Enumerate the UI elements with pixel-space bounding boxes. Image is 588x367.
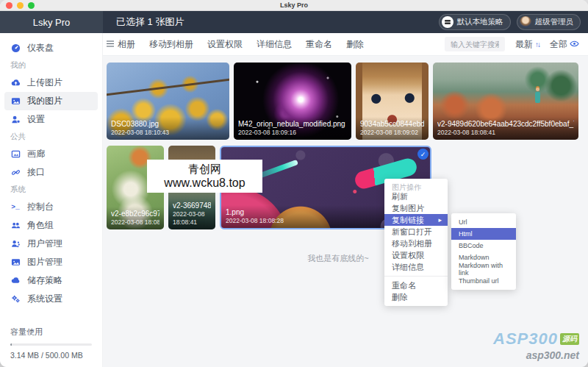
menu-item-copy-image[interactable]: 复制图片 [384,202,448,214]
submenu-item-url[interactable]: Url [451,216,516,228]
sidebar-item-label: 用户管理 [27,238,62,250]
sidebar-section-system: 系统 [0,182,102,198]
search-input[interactable] [445,37,505,51]
image-context-menu: 图片操作 刷新 复制图片 复制链接 ▸ 新窗口打开 移动到相册 设置权限 详细信… [384,179,448,306]
submenu-item-html[interactable]: Html [451,228,516,240]
selected-check-icon[interactable]: ✓ [417,149,429,160]
sort-button[interactable]: 最新 ↑↓ [515,38,539,51]
brand-logo[interactable]: Lsky Pro [0,11,103,33]
watermark-site-url: www.wcku8.top [164,176,245,190]
submenu-item-thumbnail-url[interactable]: Thumbnail url [451,275,516,287]
storage-strategy-icon [442,16,453,28]
image-card[interactable]: v2-9489d620be64aab423cdc2ff5bf0ebaf_720w… [433,63,578,140]
sidebar-item-label: 系统设置 [27,293,62,305]
image-filename: M42_orion_nebula_modified.png [238,119,347,129]
image-datetime: 2022-03-08 18:10:43 [111,129,225,137]
sidebar-item-roles[interactable]: 角色组 [0,216,102,235]
sidebar-section-my: 我的 [0,57,102,74]
sidebar-item-storage[interactable]: 储存策略 [0,271,102,290]
menu-item-rename[interactable]: 重命名 [384,279,448,291]
eye-icon [570,39,579,49]
user-group-icon [10,221,21,231]
delete-button[interactable]: 删除 [346,38,364,51]
image-filename: v2-9489d620be64aab423cdc2ff5bf0ebaf_720w… [437,119,574,129]
user-cog-icon [10,239,21,249]
menu-item-open-new-window[interactable]: 新窗口打开 [384,226,448,238]
gears-icon [10,294,21,304]
sidebar-item-console[interactable]: >_ 控制台 [0,198,102,216]
sidebar-item-label: 画廊 [27,148,45,160]
image-filename: v2-36697487... [173,201,211,210]
menu-item-detail-info[interactable]: 详细信息 [384,261,448,273]
set-permission-button[interactable]: 设置权限 [207,38,243,51]
hamburger-icon [107,39,114,49]
cloud-icon [10,276,21,286]
sidebar-section-public: 公共 [0,129,102,145]
sidebar-item-label: 设置 [27,113,45,126]
center-watermark: 青创网 www.wcku8.top [147,160,262,193]
sidebar-item-system-settings[interactable]: 系统设置 [0,290,102,308]
image-card[interactable]: 9034ab5cc0844ebdbb39dc.. 2022-03-08 18:0… [356,63,429,140]
sidebar-item-user-management[interactable]: 用户管理 [0,235,102,253]
user-menu-button[interactable]: 超级管理员 [517,14,581,30]
album-button[interactable]: 相册 [107,38,135,51]
selection-count-text: 已选择 1 张图片 [116,15,184,29]
rename-button[interactable]: 重命名 [306,38,332,51]
gallery-icon [10,149,21,160]
capacity-usage: 容量使用 3.14 MB / 500.00 MB [10,327,92,360]
capacity-usage-bar [10,343,92,346]
menu-item-refresh[interactable]: 刷新 [384,190,448,202]
watermark-site-name: 青创网 [188,162,221,176]
context-menu-title: 图片操作 [384,182,448,190]
detail-info-button[interactable]: 详细信息 [257,38,292,51]
watermark-brand: ASP300 [493,329,558,349]
corner-watermark: ASP300 源码 asp300.net [493,329,579,361]
sidebar-item-my-images[interactable]: 我的图片 [4,92,98,110]
macos-titlebar: Lsky Pro [0,0,588,11]
watermark-domain: asp300.net [493,349,579,361]
menu-item-delete[interactable]: 删除 [384,291,448,303]
selection-toolbar: 相册 移动到相册 设置权限 详细信息 重命名 删除 最新 ↑↓ 全部 [103,33,588,56]
thumbnail-decoration [535,92,540,103]
thumbnail-decoration [107,77,229,96]
menu-item-move-to-album[interactable]: 移动到相册 [384,238,448,249]
link-icon [10,168,21,178]
submenu-item-bbcode[interactable]: BBCode [451,240,516,252]
menu-divider [384,276,448,277]
move-to-album-button[interactable]: 移动到相册 [149,38,193,51]
sidebar-item-upload[interactable]: 上传图片 [0,74,102,92]
sidebar-item-dashboard[interactable]: 仪表盘 [0,39,102,57]
sidebar-item-label: 仪表盘 [27,42,54,54]
image-filename: v2-e8b2c96c975f... [111,209,159,218]
terminal-icon: >_ [10,202,21,213]
image-card[interactable]: DSC03880.jpg 2022-03-08 18:10:43 [107,63,229,140]
image-grid: DSC03880.jpg 2022-03-08 18:10:43 M42_ori… [103,56,588,367]
image-card[interactable]: M42_orion_nebula_modified.png 2022-03-08… [234,63,351,140]
image-datetime: 2022-03-08 18:08:41 [111,218,159,227]
image-filename: DSC03880.jpg [111,119,225,129]
sidebar-item-settings[interactable]: 设置 [0,110,102,129]
dashboard-icon [10,43,21,54]
menu-item-set-permission[interactable]: 设置权限 [384,249,448,261]
sidebar-item-label: 控制台 [27,201,54,213]
sidebar-item-label: 储存策略 [27,274,62,287]
visibility-filter-button[interactable]: 全部 [550,38,579,51]
sidebar-item-api[interactable]: 接口 [0,163,102,182]
storage-strategy-button[interactable]: 默认本地策略 [439,14,511,30]
sidebar-item-gallery[interactable]: 画廊 [0,145,102,163]
user-name-label: 超级管理员 [535,17,574,27]
capacity-usage-value: 3.14 MB / 500.00 MB [10,351,92,360]
sidebar-item-image-management[interactable]: 图片管理 [0,253,102,271]
image-datetime: 2022-03-08 18:08:41 [437,129,574,137]
app-header: Lsky Pro 已选择 1 张图片 默认本地策略 超级管理员 [0,11,588,33]
window-title: Lsky Pro [0,1,588,9]
sidebar-item-label: 角色组 [27,219,54,232]
menu-item-copy-link[interactable]: 复制链接 ▸ [384,214,448,226]
sidebar-item-label: 接口 [27,166,45,179]
user-settings-icon [10,115,21,125]
capacity-usage-label: 容量使用 [10,327,92,338]
image-datetime: 2022-03-08 18:09:16 [238,129,347,137]
submenu-item-markdown-with-link[interactable]: Markdown with link [451,263,516,275]
sidebar-item-label: 图片管理 [27,256,62,268]
sidebar: 仪表盘 我的 上传图片 我的图片 设置 公共 画廊 接口 系统 >_ 控制台 [0,33,103,367]
